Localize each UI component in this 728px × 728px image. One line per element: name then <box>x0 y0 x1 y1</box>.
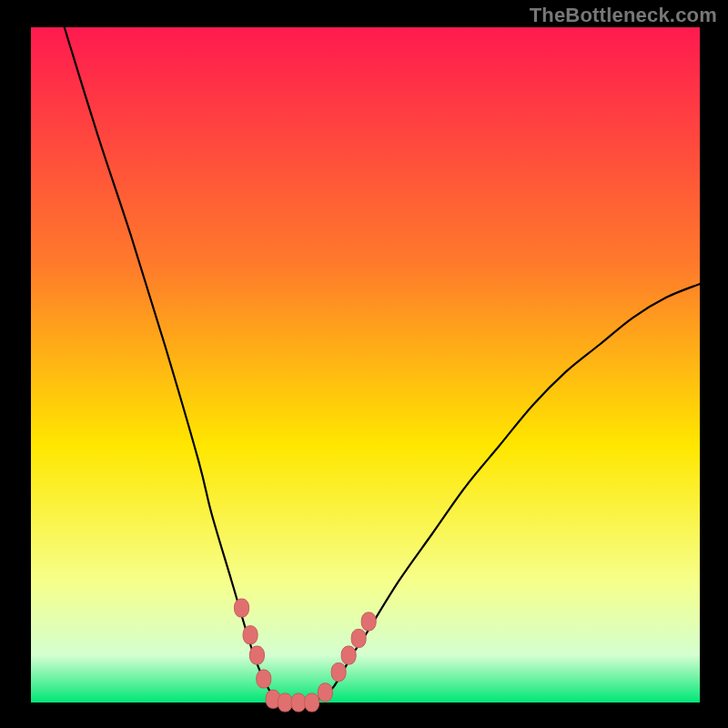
curve-marker <box>257 670 271 688</box>
curve-marker <box>361 612 376 631</box>
curve-marker <box>305 693 319 712</box>
curve-marker <box>243 626 258 644</box>
curve-marker <box>249 646 264 664</box>
curve-marker <box>278 693 292 712</box>
curve-marker <box>235 599 249 617</box>
curve-marker <box>341 646 356 664</box>
curve-marker <box>331 663 346 682</box>
plot-background <box>31 27 700 703</box>
curve-marker <box>291 693 306 712</box>
curve-marker <box>351 630 366 648</box>
curve-marker <box>318 683 332 702</box>
watermark-text: TheBottleneck.com <box>530 4 717 27</box>
bottleneck-chart <box>0 0 728 728</box>
